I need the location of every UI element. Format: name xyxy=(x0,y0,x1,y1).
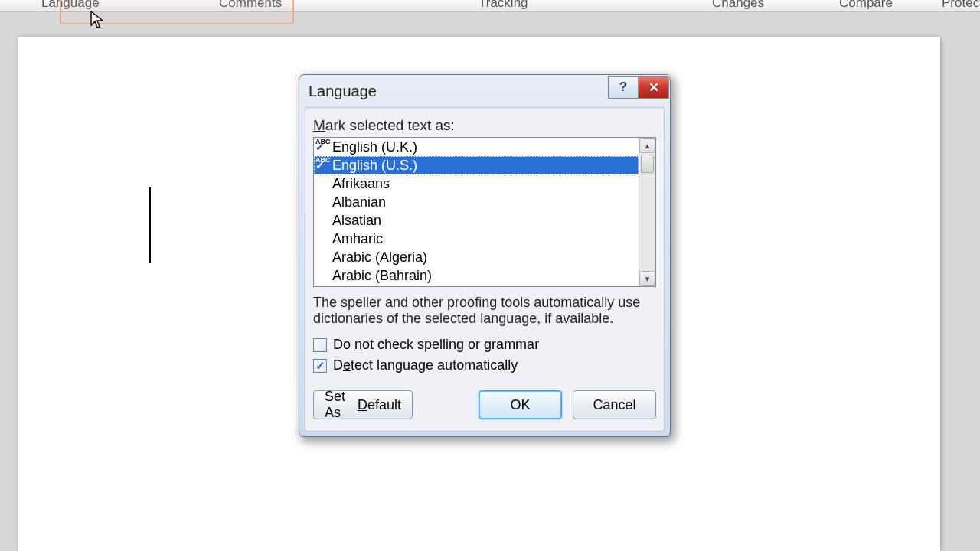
language-option[interactable]: Alsatian xyxy=(314,211,639,230)
scrollbar[interactable]: ▲ ▼ xyxy=(639,138,655,286)
ribbon-group-compare[interactable]: Compare xyxy=(839,0,893,11)
language-option[interactable]: ABC✓English (U.S.) xyxy=(314,156,639,174)
language-option[interactable]: Afrikaans xyxy=(314,174,639,193)
mouse-pointer-icon xyxy=(90,11,104,29)
language-option[interactable]: Arabic (Algeria) xyxy=(314,248,639,266)
language-option-label: Albanian xyxy=(332,194,386,210)
language-option[interactable]: Albanian xyxy=(314,193,639,211)
close-button[interactable]: ✕ xyxy=(639,76,669,99)
dialog-title: Language xyxy=(309,83,377,100)
ok-button[interactable]: OK xyxy=(479,390,562,419)
ribbon-group-changes[interactable]: Changes xyxy=(712,0,764,11)
dialog-body: Mark selected text as: ABC✓English (U.K.… xyxy=(305,107,665,432)
button-row: Set As Default OK Cancel xyxy=(313,390,656,419)
scroll-down-button[interactable]: ▼ xyxy=(639,271,655,286)
checkbox-label: Detect language automatically xyxy=(333,357,518,373)
language-option-label: Alsatian xyxy=(332,213,381,228)
ribbon-group-protect[interactable]: Protect xyxy=(942,0,980,11)
language-option[interactable]: Amharic xyxy=(314,230,639,248)
language-option-label: Arabic (Bahrain) xyxy=(332,268,432,283)
help-icon: ? xyxy=(619,80,627,95)
language-listbox[interactable]: ABC✓English (U.K.)ABC✓English (U.S.)Afri… xyxy=(313,137,656,287)
language-option-label: English (U.S.) xyxy=(332,158,417,173)
language-dialog: Language ? ✕ Mark selected text as: ABC✓… xyxy=(299,74,671,437)
set-as-default-button[interactable]: Set As Default xyxy=(313,390,413,419)
help-button[interactable]: ? xyxy=(608,76,639,99)
spellcheck-icon: ABC✓ xyxy=(315,139,331,145)
text-cursor xyxy=(149,187,151,263)
scroll-up-button[interactable]: ▲ xyxy=(639,138,655,153)
ribbon-group-tracking[interactable]: Tracking xyxy=(479,0,528,11)
language-option-label: Afrikaans xyxy=(332,176,390,191)
cancel-button[interactable]: Cancel xyxy=(573,390,656,419)
language-option-label: Amharic xyxy=(332,231,383,246)
checkbox-no-spellcheck[interactable]: Do not check spelling or grammar xyxy=(313,337,656,353)
scroll-thumb[interactable] xyxy=(641,155,654,173)
spellcheck-icon: ABC✓ xyxy=(315,157,331,163)
language-option-label: Arabic (Algeria) xyxy=(332,249,427,265)
language-option[interactable]: Arabic (Bahrain) xyxy=(314,266,639,285)
language-option-label: English (U.K.) xyxy=(332,139,417,155)
prompt-label: Mark selected text as: xyxy=(313,117,656,134)
dialog-titlebar[interactable]: Language ? ✕ xyxy=(299,75,670,107)
checkbox-label: Do not check spelling or grammar xyxy=(333,337,539,353)
checkbox-box[interactable] xyxy=(313,338,327,352)
info-text: The speller and other proofing tools aut… xyxy=(313,295,656,326)
close-icon: ✕ xyxy=(648,80,659,96)
language-option[interactable]: ABC✓English (U.K.) xyxy=(314,138,639,156)
checkbox-detect-language[interactable]: ✓ Detect language automatically xyxy=(313,357,656,373)
checkbox-box[interactable]: ✓ xyxy=(313,359,327,373)
